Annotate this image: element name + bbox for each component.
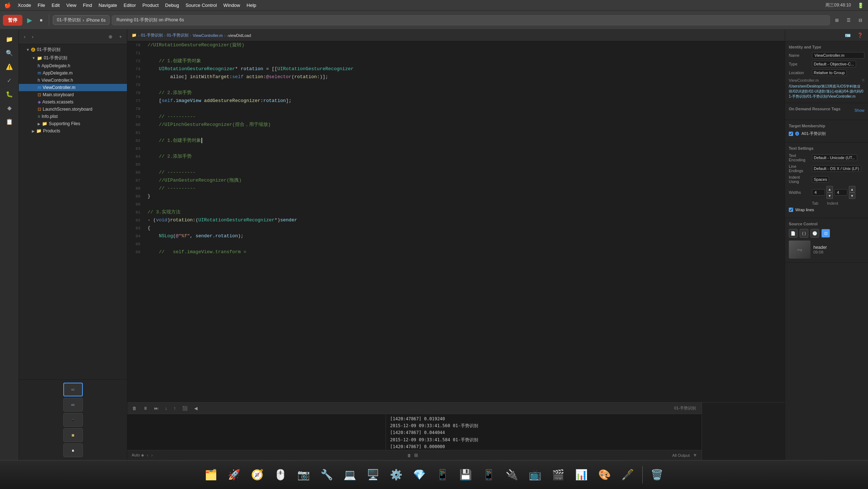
dock-app5[interactable]: 🎨 (595, 465, 615, 485)
menu-window[interactable]: Window (224, 3, 240, 8)
dock-pocket[interactable]: 📱 (433, 465, 453, 485)
breadcrumb-group[interactable]: 01-手势识别 (167, 33, 188, 38)
tab-width-down[interactable]: ▼ (826, 192, 833, 199)
tree-item-group[interactable]: ▼ 📁 01-手势识别 (19, 54, 127, 62)
dock-app3[interactable]: 🎬 (548, 465, 569, 485)
nav-filter-btn[interactable]: ⊕ (106, 33, 115, 41)
scheme-selector[interactable]: 01-手势识别 › iPhone 6s (53, 15, 110, 25)
tree-item-products[interactable]: ▶ 📁 Products (19, 127, 127, 135)
sc-diff-icon[interactable]: { } (800, 229, 808, 238)
console-step-btn[interactable]: ⏭ (152, 405, 161, 412)
nav-test-icon[interactable]: ✓ (3, 74, 16, 87)
dock-app6[interactable]: 🖋️ (618, 465, 638, 485)
dock-terminal[interactable]: 🖥️ (363, 465, 383, 485)
code-editor[interactable]: 70 //UIRotationGestureRecognizer(旋转) 71 … (127, 41, 785, 402)
thumb-2[interactable]: AD (63, 398, 83, 412)
menu-debug[interactable]: Debug (165, 3, 179, 8)
stop-button[interactable]: 暂停 (3, 15, 22, 26)
tree-item-viewcontrollerh[interactable]: h ViewController.h (19, 77, 127, 84)
sc-blame-icon[interactable]: ⊡ (821, 229, 830, 238)
dock-safari[interactable]: 🧭 (247, 465, 268, 485)
nav-debug-icon[interactable]: 🐛 (3, 88, 16, 101)
menu-view[interactable]: View (66, 3, 76, 8)
rp-question-btn[interactable]: ❓ (855, 31, 865, 39)
sc-file-icon[interactable]: 📄 (789, 229, 797, 238)
dock-finder[interactable]: 🗂️ (201, 465, 221, 485)
show-btn[interactable]: Show (854, 108, 864, 112)
tree-item-launchscreen[interactable]: ⊡ LaunchScreen.storyboard (19, 106, 127, 113)
line-endings-select[interactable]: Default - OS X / Unix (LF) (812, 165, 861, 172)
menu-editor[interactable]: Editor (124, 3, 136, 8)
sc-history-icon[interactable]: 🕐 (810, 229, 819, 238)
console-step3-btn[interactable]: ↑ (171, 405, 178, 412)
menu-xcode[interactable]: Xcode (18, 3, 31, 8)
nav-search-icon[interactable]: 🔍 (3, 46, 16, 59)
menu-find[interactable]: Find (83, 3, 92, 8)
indent-using-select[interactable]: Spaces (812, 176, 829, 183)
type-select[interactable]: Default - Objective-C... (812, 61, 856, 67)
nav-forward-btn[interactable]: › (30, 33, 35, 41)
tree-item-appdelegateh[interactable]: h AppDelegate.h (19, 62, 127, 69)
breadcrumb-item-1[interactable]: 📁 (132, 33, 137, 38)
dock-trash[interactable]: 🗑️ (647, 465, 667, 485)
indent-width-up[interactable]: ▲ (849, 186, 855, 192)
tree-item-appdelegatem[interactable]: m AppDelegate.m (19, 69, 127, 77)
thumb-5[interactable]: 📋 (63, 443, 83, 457)
dock-sketch[interactable]: 💎 (409, 465, 430, 485)
dock-settings[interactable]: ⚙️ (386, 465, 407, 485)
rp-identity-btn[interactable]: 🪪 (843, 31, 853, 39)
thumb-4[interactable]: 🖼️ (63, 428, 83, 442)
nav-add-btn[interactable]: + (117, 33, 124, 41)
thumb-1[interactable]: VC (63, 383, 83, 396)
layout-btn-2[interactable]: ☰ (844, 16, 854, 24)
console-layout-btn[interactable]: ⊞ (414, 452, 418, 458)
nav-report-icon[interactable]: 📋 (3, 115, 16, 128)
nav-warning-icon[interactable]: ⚠️ (3, 60, 16, 73)
tree-item-root-project[interactable]: ▼ 🅐 01-手势识别 (19, 46, 127, 54)
layout-btn-1[interactable]: ⊞ (832, 16, 842, 24)
menu-help[interactable]: Help (247, 3, 256, 8)
breadcrumb-project[interactable]: 01-手势识别 (141, 33, 163, 38)
menu-product[interactable]: Product (142, 3, 159, 8)
console-pause-btn[interactable]: ⏸ (141, 405, 150, 412)
console-clear-btn[interactable]: 🗑 (130, 405, 139, 412)
location-select[interactable]: Relative to Group (812, 69, 847, 76)
tree-item-viewcontrollerm[interactable]: m ViewController.m (19, 84, 127, 91)
menu-navigate[interactable]: Navigate (98, 3, 117, 8)
dock-app2[interactable]: 📺 (525, 465, 545, 485)
menu-source-control[interactable]: Source Control (186, 3, 217, 8)
indent-width-down[interactable]: ▼ (849, 192, 855, 199)
menu-file[interactable]: File (38, 3, 45, 8)
breadcrumb-method[interactable]: -viewDidLoad (227, 33, 251, 38)
apple-menu[interactable]: 🍎 (4, 2, 11, 9)
fullpath-copy-btn[interactable]: ⎘ (862, 78, 864, 82)
dock-tools[interactable]: 🔧 (317, 465, 337, 485)
dock-emtec[interactable]: 💾 (456, 465, 476, 485)
nav-folder-icon[interactable]: 📁 (3, 33, 16, 46)
console-step4-btn[interactable]: ⬛ (180, 405, 190, 412)
thumb-3[interactable]: 📱 (63, 413, 83, 427)
run-button[interactable]: ▶ (25, 15, 35, 25)
dock-app4[interactable]: 📊 (571, 465, 592, 485)
console-trash-btn[interactable]: 🗑 (407, 453, 411, 458)
encoding-select[interactable]: Default - Unicode (UT... (812, 154, 857, 161)
tree-item-supporting-files[interactable]: ▶ 📁 Supporting Files (19, 120, 127, 127)
tree-item-infoplist[interactable]: ≡ Info.plist (19, 113, 127, 120)
nav-breakpoint-icon[interactable]: ◆ (3, 101, 16, 114)
breadcrumb-file[interactable]: ViewController.m (193, 33, 223, 38)
dock-terminal2[interactable]: 💻 (340, 465, 360, 485)
tree-item-mainstoryboard[interactable]: ⊡ Main.storyboard (19, 91, 127, 98)
dock-launchpad[interactable]: 🚀 (224, 465, 244, 485)
nav-back-btn[interactable]: ‹ (22, 33, 27, 41)
wrap-lines-checkbox[interactable] (789, 208, 793, 212)
name-input[interactable] (812, 52, 864, 59)
dock-photos[interactable]: 📷 (294, 465, 314, 485)
target-checkbox[interactable] (789, 132, 793, 136)
indent-width-input[interactable] (834, 189, 847, 196)
menu-edit[interactable]: Edit (52, 3, 60, 8)
tab-width-up[interactable]: ▲ (826, 186, 833, 192)
dock-ftp[interactable]: 🔌 (502, 465, 522, 485)
tree-item-assets[interactable]: ◈ Assets.xcassets (19, 98, 127, 106)
layout-btn-3[interactable]: ⊟ (856, 16, 865, 24)
tab-width-input[interactable] (812, 189, 825, 196)
